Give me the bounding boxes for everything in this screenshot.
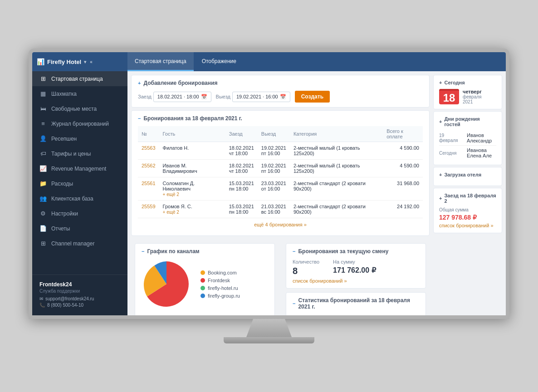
sidebar-item-rates[interactable]: 🏷 Тарифы и цены — [32, 146, 127, 161]
bookings-table: № Гость Заезд Выезд Категория Всего к оп… — [138, 126, 423, 218]
chess-icon: ▦ — [39, 90, 47, 97]
sidebar-label-home: Стартовая страница — [51, 76, 103, 82]
table-row: 25563 Филатов Н. 18.02.2021 чт 18:00 19.… — [138, 142, 423, 160]
tab-display[interactable]: Отображение — [195, 52, 244, 71]
sidebar-label-journal: Журнал бронирований — [51, 121, 109, 127]
sidebar-item-chess[interactable]: ▦ Шахматка — [32, 86, 127, 101]
cell-id: 25561 — [138, 177, 159, 201]
add-booking-icon: + — [138, 80, 141, 86]
shift-link[interactable]: список бронирований » — [293, 278, 419, 284]
journal-icon: ≡ — [39, 120, 47, 127]
checkin-link[interactable]: список бронирований » — [439, 223, 496, 228]
shift-count: Количество 8 — [293, 259, 319, 276]
add-booking-header: + Добавление бронирования — [138, 80, 423, 86]
content-area: + Добавление бронирования Заезд 18.02.20… — [127, 71, 433, 315]
chart-header: − График по каналам — [142, 248, 268, 255]
sidebar-label-rooms: Свободные места — [51, 106, 97, 112]
today-panel: + Сегодня 18 четверг февраля — [433, 75, 502, 109]
sidebar-item-revenue[interactable]: 📈 Revenue Management — [32, 161, 127, 176]
sidebar-item-channel[interactable]: ⊞ Channel manager — [32, 236, 127, 251]
birthday-item: 19 февраля Иванов Александр — [439, 131, 496, 146]
sidebar-item-journal[interactable]: ≡ Журнал бронирований — [32, 116, 127, 131]
sidebar-item-reports[interactable]: 📄 Отчеты — [32, 221, 127, 236]
cell-total: 31 968.00 — [383, 177, 423, 201]
chart-icon: − — [142, 249, 144, 254]
cal-day-info: четверг февраля 2021 — [463, 89, 482, 104]
cell-checkout: 19.02.2021 пт 16:00 — [258, 142, 290, 160]
more-link: + ещё 2 — [163, 192, 179, 197]
cell-category: 2-местный малый (1 кровать 125x200) — [290, 142, 383, 160]
checkin-field-group: Заезд 18.02.2021 · 18:00 📅 — [138, 92, 211, 102]
sidebar-collapse-btn[interactable]: « — [90, 59, 93, 64]
legend-item-2: firefly-hotel.ru — [201, 285, 240, 291]
booking-link[interactable]: 25562 — [142, 163, 156, 168]
cell-guest: Громов Я. С.+ ещё 2 — [159, 201, 225, 218]
sidebar-item-clients[interactable]: 👥 Клиентская база — [32, 191, 127, 206]
top-nav-tabs: Стартовая страница Отображение — [127, 52, 244, 71]
tab-home[interactable]: Стартовая страница — [127, 52, 194, 71]
brand-icon: 📊 — [37, 58, 44, 65]
stats-panel: − Статистика бронирований за 18 февраля … — [286, 292, 426, 315]
sidebar-label-channel: Channel manager — [51, 240, 94, 247]
sidebar-label-clients: Клиентская база — [51, 196, 93, 202]
create-booking-button[interactable]: Создать — [295, 91, 330, 103]
channel-icon: ⊞ — [39, 240, 47, 247]
brand-area[interactable]: 📊 Firefly Hotel ▾ « — [37, 58, 127, 65]
checkin-input[interactable]: 18.02.2021 · 18:00 📅 — [153, 92, 211, 102]
stats-row: Количество 8 На сумму 171 762.00 ₽ — [293, 314, 419, 315]
sidebar-item-reception[interactable]: 👤 Ресепшен — [32, 131, 127, 146]
shift-icon: − — [293, 249, 295, 254]
checkin-header: + Заезд на 18 февраля 2 — [439, 193, 496, 204]
email-icon: ✉ — [39, 296, 43, 301]
sidebar-item-rooms[interactable]: 🛏 Свободные места — [32, 101, 127, 116]
legend-dot-2 — [201, 286, 205, 290]
bottom-panels: − График по каналам — [131, 240, 430, 315]
more-bookings-link[interactable]: ещё 4 бронирования » — [138, 218, 423, 231]
birthdays-list: 19 февраля Иванов Александр Сегодня Иван… — [439, 131, 496, 160]
sidebar-label-reports: Отчеты — [51, 225, 70, 232]
cell-checkout: 21.03.2021 вс 16:00 — [258, 201, 290, 218]
cell-category: 2-местный малый (1 кровать 125x200) — [290, 160, 383, 177]
add-booking-row: Заезд 18.02.2021 · 18:00 📅 Выезд 19.02.2… — [138, 91, 423, 103]
birthday-name: Иванова Елена Але — [467, 147, 496, 158]
table-row: 25559 Громов Я. С.+ ещё 2 15.03.2021 пн … — [138, 201, 423, 218]
sidebar: ⊞ Стартовая страница ▦ Шахматка 🛏 Свобод… — [32, 71, 127, 315]
booking-link[interactable]: 25563 — [142, 145, 156, 151]
brand-chevron: ▾ — [84, 59, 86, 64]
monitor-base — [224, 337, 314, 343]
home-icon: ⊞ — [39, 75, 47, 82]
pie-chart — [142, 259, 191, 309]
current-shift-header: − Бронирования за текущую смену — [293, 248, 419, 255]
booking-link[interactable]: 25561 — [142, 181, 156, 186]
cell-total: 4 590.00 — [383, 160, 423, 177]
sidebar-item-expenses[interactable]: 📁 Расходы — [32, 176, 127, 191]
today-icon: + — [439, 80, 442, 85]
bookings-panel: − Бронирования за 18 февраля 2021 г. № Г… — [131, 110, 430, 236]
stats-count: Количество 8 — [293, 314, 319, 315]
sidebar-item-settings[interactable]: ⚙ Настройки — [32, 206, 127, 221]
checkin-panel: + Заезд на 18 февраля 2 Общая сумма 127 … — [433, 188, 502, 233]
company-name: Frontdesk24 — [39, 281, 120, 288]
checkin-calendar-icon: 📅 — [201, 94, 207, 100]
checkout-label: Выезд — [216, 94, 230, 99]
cell-checkin: 15.03.2021 пн 18:00 — [225, 177, 258, 201]
revenue-icon: 📈 — [39, 165, 47, 172]
cell-checkout: 23.03.2021 от 16:00 — [258, 177, 290, 201]
cell-id: 25563 — [138, 142, 159, 160]
sidebar-label-chess: Шахматка — [51, 91, 77, 97]
bookings-icon: − — [138, 116, 141, 121]
col-header-checkin: Заезд — [225, 126, 258, 142]
legend-item-3: firefly-group.ru — [201, 293, 240, 299]
phone-contact: 📞 8 (800) 500-54-10 — [39, 303, 120, 308]
booking-link[interactable]: 25559 — [142, 204, 156, 209]
stats-sum: На сумму 171 762.00 ₽ — [333, 314, 376, 315]
hotel-load-header: + Загрузка отеля — [439, 172, 496, 177]
birthdays-icon: + — [439, 119, 442, 124]
shift-stats-row: Количество 8 На сумму 171 762.00 ₽ — [293, 259, 419, 276]
checkout-input[interactable]: 19.02.2021 · 16:00 📅 — [232, 92, 290, 102]
birthdays-panel: + Дни рождения гостей 19 февраля Иванов … — [433, 111, 502, 165]
sidebar-item-home[interactable]: ⊞ Стартовая страница — [32, 71, 127, 86]
sidebar-label-revenue: Revenue Management — [51, 166, 106, 172]
sidebar-label-expenses: Расходы — [51, 181, 73, 187]
reports-icon: 📄 — [39, 225, 47, 232]
